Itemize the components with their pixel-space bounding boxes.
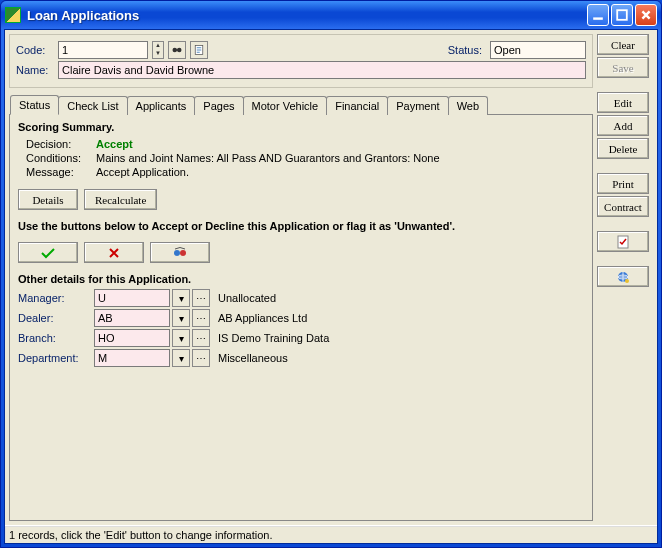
scoring-table: Decision: Accept Conditions: Mains and J… — [26, 137, 584, 179]
binoculars-icon — [171, 44, 183, 56]
app-window: Loan Applications Code: ▲ ▼ — [0, 0, 662, 548]
manager-desc: Unallocated — [218, 292, 276, 304]
recalculate-button[interactable]: Recalculate — [84, 189, 157, 210]
edit-button[interactable]: Edit — [597, 92, 649, 113]
clear-button[interactable]: Clear — [597, 34, 649, 55]
close-button[interactable] — [635, 4, 657, 26]
tab-bar: Status Check List Applicants Pages Motor… — [9, 94, 593, 115]
cross-icon — [107, 247, 121, 259]
save-button[interactable]: Save — [597, 57, 649, 78]
window-title: Loan Applications — [25, 8, 585, 23]
accept-button[interactable] — [18, 242, 78, 263]
code-label: Code: — [16, 44, 54, 56]
ellipsis-icon: ⋯ — [196, 313, 206, 324]
name-input[interactable] — [58, 61, 586, 79]
tab-checklist[interactable]: Check List — [58, 96, 127, 115]
decision-label: Decision: — [26, 138, 96, 150]
client-area: Code: ▲ ▼ Status: — [4, 29, 658, 544]
department-desc: Miscellaneous — [218, 352, 288, 364]
branch-dropdown[interactable]: ▾ — [172, 329, 190, 347]
status-label: Status: — [448, 44, 482, 56]
print-button[interactable]: Print — [597, 173, 649, 194]
ellipsis-icon: ⋯ — [196, 293, 206, 304]
add-button[interactable]: Add — [597, 115, 649, 136]
department-input[interactable] — [94, 349, 170, 367]
code-input[interactable] — [58, 41, 148, 59]
branch-desc: IS Demo Training Data — [218, 332, 329, 344]
tab-payment[interactable]: Payment — [387, 96, 448, 115]
scoring-heading: Scoring Summary. — [18, 121, 584, 133]
unwanted-button[interactable] — [150, 242, 210, 263]
spinner-down-icon: ▼ — [153, 50, 163, 58]
manager-lookup[interactable]: ⋯ — [192, 289, 210, 307]
left-pane: Code: ▲ ▼ Status: — [9, 34, 593, 521]
other-details: Manager: ▾ ⋯ Unallocated Dealer: ▾ ⋯ AB … — [18, 289, 584, 367]
header-form: Code: ▲ ▼ Status: — [9, 34, 593, 88]
minimize-button[interactable] — [587, 4, 609, 26]
minimize-icon — [592, 9, 604, 21]
contract-button[interactable]: Contract — [597, 196, 649, 217]
svg-point-7 — [180, 250, 186, 256]
report-button[interactable] — [190, 41, 208, 59]
manager-dropdown[interactable]: ▾ — [172, 289, 190, 307]
checklist-button[interactable] — [597, 231, 649, 252]
globe-button[interactable] — [597, 266, 649, 287]
tab-applicants[interactable]: Applicants — [127, 96, 196, 115]
tab-content-status: Scoring Summary. Decision: Accept Condit… — [9, 115, 593, 521]
flag-icon — [172, 246, 188, 260]
close-icon — [640, 9, 652, 21]
dealer-input[interactable] — [94, 309, 170, 327]
tab-web[interactable]: Web — [448, 96, 488, 115]
other-heading: Other details for this Application. — [18, 273, 584, 285]
ellipsis-icon: ⋯ — [196, 333, 206, 344]
check-icon — [40, 247, 56, 259]
titlebar: Loan Applications — [1, 1, 661, 29]
decline-button[interactable] — [84, 242, 144, 263]
tab-motor[interactable]: Motor Vehicle — [243, 96, 328, 115]
statusbar-text: 1 records, click the 'Edit' button to ch… — [9, 529, 272, 541]
message-value: Accept Application. — [96, 166, 189, 178]
status-input[interactable] — [490, 41, 586, 59]
department-dropdown[interactable]: ▾ — [172, 349, 190, 367]
chevron-down-icon: ▾ — [179, 313, 184, 324]
statusbar: 1 records, click the 'Edit' button to ch… — [5, 525, 657, 543]
clipboard-check-icon — [616, 235, 630, 249]
manager-label: Manager: — [18, 292, 92, 304]
svg-rect-1 — [617, 10, 627, 20]
dealer-desc: AB Appliances Ltd — [218, 312, 307, 324]
dealer-dropdown[interactable]: ▾ — [172, 309, 190, 327]
delete-button[interactable]: Delete — [597, 138, 649, 159]
tab-status[interactable]: Status — [10, 95, 59, 115]
branch-input[interactable] — [94, 329, 170, 347]
dealer-label: Dealer: — [18, 312, 92, 324]
ellipsis-icon: ⋯ — [196, 353, 206, 364]
tab-pages[interactable]: Pages — [194, 96, 243, 115]
conditions-value: Mains and Joint Names: All Pass AND Guar… — [96, 152, 440, 164]
branch-lookup[interactable]: ⋯ — [192, 329, 210, 347]
decision-value: Accept — [96, 138, 133, 150]
code-spinner[interactable]: ▲ ▼ — [152, 41, 164, 59]
search-button[interactable] — [168, 41, 186, 59]
instruction-text: Use the buttons below to Accept or Decli… — [18, 220, 584, 232]
name-label: Name: — [16, 64, 54, 76]
chevron-down-icon: ▾ — [179, 333, 184, 344]
document-icon — [193, 44, 205, 56]
chevron-down-icon: ▾ — [179, 353, 184, 364]
maximize-button[interactable] — [611, 4, 633, 26]
manager-input[interactable] — [94, 289, 170, 307]
svg-rect-0 — [593, 17, 603, 19]
branch-label: Branch: — [18, 332, 92, 344]
app-icon — [5, 7, 21, 23]
chevron-down-icon: ▾ — [179, 293, 184, 304]
maximize-icon — [616, 9, 628, 21]
details-button[interactable]: Details — [18, 189, 78, 210]
main-area: Code: ▲ ▼ Status: — [5, 30, 657, 525]
tab-financial[interactable]: Financial — [326, 96, 388, 115]
svg-point-6 — [174, 250, 180, 256]
svg-point-11 — [625, 279, 629, 283]
department-label: Department: — [18, 352, 92, 364]
dealer-lookup[interactable]: ⋯ — [192, 309, 210, 327]
message-label: Message: — [26, 166, 96, 178]
conditions-label: Conditions: — [26, 152, 96, 164]
department-lookup[interactable]: ⋯ — [192, 349, 210, 367]
